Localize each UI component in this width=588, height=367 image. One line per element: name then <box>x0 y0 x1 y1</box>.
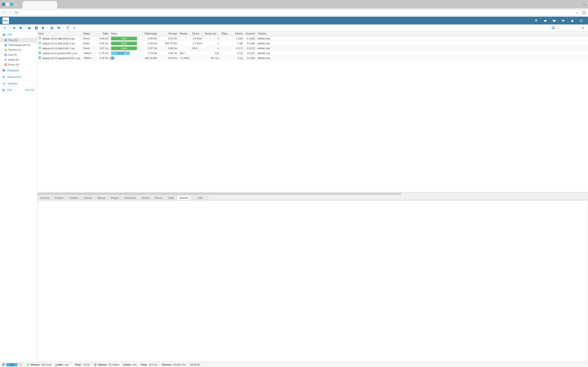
menu-icon[interactable]: ☰ <box>582 10 586 15</box>
table-row[interactable]: debian-9.0.0-mips64el-DVD-1.iso Téléchar… <box>37 56 588 60</box>
sidebar-trackers[interactable]: Trackers <box>0 80 37 87</box>
tab-fichiers[interactable]: Fichiers <box>52 196 66 200</box>
sidebar-item-label: Tous (5) <box>8 39 17 42</box>
svg-line-7 <box>554 28 555 29</box>
bell-icon[interactable] <box>532 17 541 25</box>
table-row[interactable]: debian-9.0.0-i386-DVD-2.iso Envoi 4.36 G… <box>37 41 588 46</box>
col-eta[interactable]: Temps estimé <box>203 31 221 36</box>
reload-icon[interactable]: ⟳ <box>14 10 19 15</box>
svg-point-5 <box>51 29 52 29</box>
add-button[interactable]: + <box>2 25 8 31</box>
sidebar-item-2[interactable]: Terminé (3) <box>0 48 37 52</box>
rss-button[interactable] <box>49 25 55 31</box>
svg-rect-4 <box>36 26 38 29</box>
svg-point-31 <box>3 91 3 91</box>
sidebar-state-label: Etat <box>7 33 12 36</box>
browser-tab[interactable] <box>22 1 57 8</box>
pause-button[interactable] <box>34 25 39 31</box>
sidebar-item-label: Téléchargement (2) <box>8 44 30 47</box>
tab-vitesse[interactable]: Vitesse <box>95 196 108 200</box>
user-icon[interactable] <box>568 17 577 25</box>
svg-point-18 <box>5 54 6 55</box>
horizontal-scrollbar[interactable] <box>37 192 588 195</box>
sidebar-search-label: Rechercher <box>7 75 21 78</box>
svg-point-22 <box>5 64 6 65</box>
svg-rect-3 <box>35 26 36 29</box>
tab-clients[interactable]: Clients <box>82 196 94 200</box>
status-dot-icon <box>4 39 7 42</box>
svg-point-16 <box>5 50 6 50</box>
disk-fill: 68% <box>6 363 17 366</box>
table-row[interactable]: debian-9.0.0-i386-DVD-3.iso Envoi 4.36 G… <box>37 36 588 41</box>
col-status[interactable]: Statut <box>82 31 95 36</box>
svg-point-14 <box>5 45 6 45</box>
sidebar-item-4[interactable]: Inactif (0) <box>0 57 37 62</box>
svg-point-24 <box>3 76 4 77</box>
col-recv[interactable]: Reçu <box>110 31 138 36</box>
help-icon[interactable]: ? <box>577 17 586 25</box>
search-input[interactable] <box>557 26 579 30</box>
clear-log-button[interactable]: Vider <box>192 196 208 200</box>
table-row[interactable]: debian-9.0.0-i386-DVD-1.iso Envoi 3.67 G… <box>37 46 588 51</box>
row-status-icon <box>38 56 41 59</box>
col-downloaded[interactable]: Téléchargé <box>138 31 158 36</box>
sidebar-search[interactable]: Rechercher <box>0 74 37 80</box>
tab-tâches[interactable]: Tâches <box>139 196 152 200</box>
close-icon[interactable]: × <box>583 2 586 8</box>
play-button[interactable]: ▶ <box>27 25 33 31</box>
info-button[interactable]: i <box>71 25 77 31</box>
svg-point-6 <box>552 26 554 29</box>
col-sent[interactable]: Envoyé <box>158 31 178 36</box>
col-reception[interactable]: Réception <box>178 31 191 36</box>
gear-button[interactable] <box>56 25 61 31</box>
sidebar-item-5[interactable]: Erreur (0) <box>0 62 37 67</box>
tab-général[interactable]: Général <box>38 196 52 200</box>
sidebar-item-1[interactable]: Téléchargement (2) <box>0 43 37 48</box>
tab-pièces[interactable]: Pièces <box>153 196 165 200</box>
col-clients[interactable]: Clients <box>232 31 244 36</box>
col-tag[interactable]: Étiquette <box>221 31 232 36</box>
table-row[interactable]: debian-9.0.0-arm64-DVD-1.iso Téléchargem… <box>37 51 588 56</box>
tab-plugins[interactable]: Plugins <box>108 196 121 200</box>
col-sources[interactable]: Sources <box>244 31 256 36</box>
sidebar-item-0[interactable]: Tous (5) <box>0 38 37 43</box>
sidebar-feeds-label: Flux <box>7 89 12 92</box>
back-icon[interactable]: ← <box>2 10 7 15</box>
bookmark-star-icon[interactable]: ★ <box>576 10 579 15</box>
tab-trackers[interactable]: Trackers <box>67 196 81 200</box>
folder-icon[interactable] <box>550 17 559 25</box>
download-stats[interactable]: Vitesse: 53.4 Mo/s Limite: non Total: 18… <box>92 362 159 367</box>
disk-usage[interactable]: 68% <box>0 362 25 367</box>
sidebar-item-3[interactable]: Actif (5) <box>0 52 37 57</box>
col-size[interactable]: Taille <box>95 31 110 36</box>
svg-line-29 <box>3 83 4 83</box>
search-icon[interactable] <box>550 25 556 31</box>
search-icon <box>2 76 5 78</box>
sidebar-tags[interactable]: Étiquettes <box>0 67 37 74</box>
confirm-button[interactable]: ✔ <box>580 25 586 31</box>
remove-button[interactable]: ✖ <box>18 25 24 31</box>
col-emission[interactable]: Émission <box>191 31 203 36</box>
sidebar-state-header[interactable]: Etat <box>0 31 37 38</box>
settings-icon[interactable] <box>559 17 568 25</box>
cloud-icon[interactable] <box>541 17 550 25</box>
sidebar-feeds[interactable]: Flux 21m 10s <box>0 87 37 93</box>
rss-icon <box>2 89 5 91</box>
col-name[interactable]: Nom <box>37 31 82 36</box>
upload-stats[interactable]: Vitesse: 38.6 Ko/s Limite: non Total: 7.… <box>25 362 92 367</box>
tab-historique[interactable]: Historique <box>122 196 138 200</box>
sidebar-item-label: Erreur (0) <box>8 63 19 66</box>
tab-journal[interactable]: Journal <box>177 196 190 200</box>
col-tracker[interactable]: Tracker <box>256 31 271 36</box>
app-logo[interactable]: Sdbx. <box>2 17 9 24</box>
url-bar[interactable]: ★ <box>20 10 581 16</box>
tag-icon <box>2 69 5 72</box>
browser-chrome: × ← → ⟳ ★ ☰ <box>0 0 588 17</box>
window-btn-2[interactable] <box>6 3 9 6</box>
window-btn-3[interactable] <box>10 3 13 6</box>
plugin-button[interactable] <box>65 25 71 31</box>
star-button[interactable]: ★ <box>11 25 17 31</box>
tab-trafic[interactable]: Trafic <box>165 196 176 200</box>
stop-button[interactable]: ■ <box>40 25 46 31</box>
window-btn-1[interactable] <box>2 3 5 6</box>
